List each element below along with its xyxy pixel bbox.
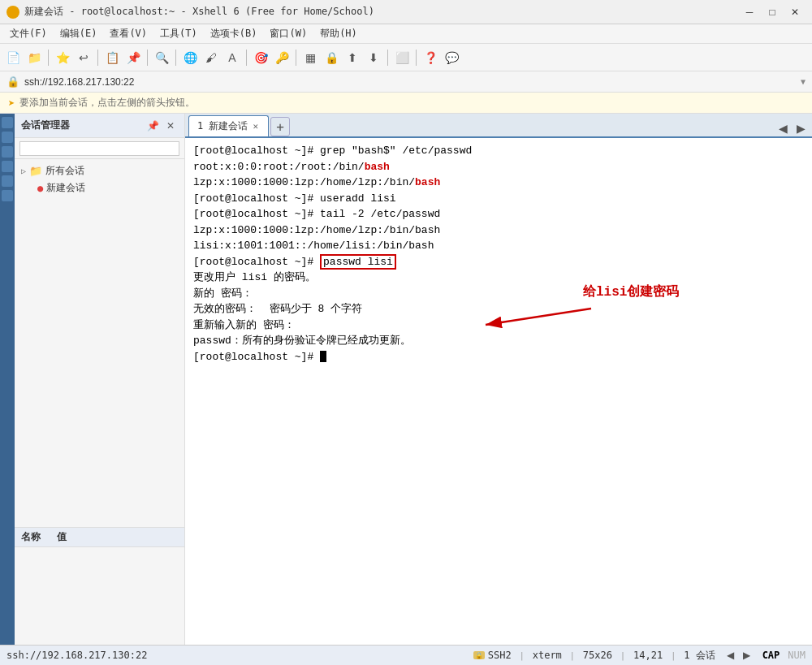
session-panel: 会话管理器 📌 ✕ ▷ 📁 所有会话 ● 新建会话: [15, 114, 185, 645]
toolbar-grid[interactable]: ▦: [300, 48, 320, 67]
sidebar-icon-2[interactable]: [2, 132, 13, 143]
toolbar-new[interactable]: 📄: [3, 48, 23, 67]
toolbar-sep-3: [147, 50, 148, 66]
session-search-bar: [15, 138, 184, 159]
panel-pin-btn[interactable]: 📌: [145, 119, 160, 133]
term-bash-red-1: bash: [365, 161, 390, 173]
term-line-4: [root@localhost ~]# useradd lisi: [193, 191, 804, 207]
sidebar-icon-3[interactable]: [2, 146, 13, 158]
tree-expand-icon: ▷: [21, 166, 26, 175]
props-col-name: 名称: [21, 530, 41, 544]
term-line-11: 无效的密码： 密码少于 8 个字符: [193, 301, 804, 317]
status-sep-1: |: [520, 651, 525, 660]
right-panel: 1 新建会话 ✕ + ◀ ▶ [root@localhost ~]# grep …: [185, 114, 812, 645]
toolbar-copy[interactable]: 📋: [102, 48, 122, 67]
notification-icon: ➤: [8, 97, 15, 110]
session-panel-header: 会话管理器 📌 ✕: [15, 114, 184, 138]
panel-close-btn[interactable]: ✕: [163, 119, 178, 133]
app-icon: [6, 6, 19, 19]
status-protocol: SSH2: [488, 650, 512, 661]
term-line-14: [root@localhost ~]#: [193, 349, 804, 365]
address-input[interactable]: [24, 76, 796, 88]
menu-window[interactable]: 窗口(W): [263, 25, 313, 42]
scroll-right-btn[interactable]: ▶: [740, 648, 754, 663]
status-dimensions: 75x26: [583, 650, 612, 661]
properties-header: 名称 值: [15, 528, 184, 547]
tree-item-session[interactable]: ● 新建会话: [34, 179, 181, 196]
term-line-2: root:x:0:0:root:/root:/bin/bash: [193, 159, 804, 175]
tab-add-button[interactable]: +: [270, 117, 290, 136]
status-sep-4: |: [671, 651, 676, 660]
term-line-1: [root@localhost ~]# grep "bash$" /etc/pa…: [193, 143, 804, 159]
toolbar-download[interactable]: ⬇: [364, 48, 383, 67]
term-line-10: 新的 密码：: [193, 286, 804, 302]
address-dropdown[interactable]: ▼: [801, 77, 806, 86]
toolbar-btn-a[interactable]: A: [222, 48, 242, 67]
menu-view[interactable]: 查看(V): [103, 25, 153, 42]
status-protocol-item: 🔒 SSH2: [473, 650, 512, 661]
toolbar-sep-8: [416, 50, 417, 66]
sidebar-icon-4[interactable]: [2, 161, 13, 172]
sidebar-icon-5[interactable]: [2, 175, 13, 187]
term-line-6: lzp:x:1000:1000:lzp:/home/lzp:/bin/bash: [193, 222, 804, 239]
toolbar-panels[interactable]: ⬜: [392, 48, 412, 67]
toolbar-upload[interactable]: ⬆: [343, 48, 362, 67]
toolbar-search[interactable]: 🔍: [152, 48, 171, 67]
term-bash-red-2: bash: [415, 176, 440, 188]
term-line-12: 重新输入新的 密码：: [193, 317, 804, 334]
sidebar-icon-1[interactable]: [2, 117, 13, 128]
ssh-icon: 🔒: [473, 651, 485, 659]
toolbar-sep-5: [246, 50, 247, 66]
menu-tools[interactable]: 工具(T): [153, 25, 204, 42]
menu-help[interactable]: 帮助(H): [313, 25, 364, 42]
terminal-area[interactable]: [root@localhost ~]# grep "bash$" /etc/pa…: [185, 138, 812, 645]
term-line-5: [root@localhost ~]# tail -2 /etc/passwd: [193, 206, 804, 222]
sidebar-icon-6[interactable]: [2, 190, 13, 201]
session-icon: ●: [37, 183, 43, 194]
close-button[interactable]: ✕: [784, 4, 806, 20]
session-panel-tools: 📌 ✕: [145, 119, 178, 133]
session-search-input[interactable]: [19, 141, 179, 156]
tree-children: ● 新建会话: [18, 179, 181, 196]
tree-session-label: 新建会话: [46, 181, 85, 195]
status-sep-2: |: [570, 651, 575, 660]
tab-label-1: 1 新建会话: [197, 119, 248, 133]
title-bar: 新建会话 - root@localhost:~ - Xshell 6 (Free…: [0, 0, 812, 24]
status-terminal: xterm: [533, 650, 562, 661]
minimize-button[interactable]: ─: [739, 4, 760, 20]
toolbar-globe[interactable]: 🌐: [180, 48, 200, 67]
toolbar-btn-3[interactable]: ↩: [74, 48, 93, 67]
tab-nav-left[interactable]: ◀: [775, 120, 791, 136]
toolbar-paint[interactable]: 🖌: [201, 48, 221, 67]
left-sidebar: [0, 114, 15, 645]
toolbar-chat[interactable]: 💬: [442, 48, 461, 67]
toolbar-target[interactable]: 🎯: [251, 48, 270, 67]
toolbar-help[interactable]: ❓: [421, 48, 440, 67]
menu-edit[interactable]: 编辑(E): [54, 25, 104, 42]
toolbar-open[interactable]: 📁: [24, 48, 44, 67]
notification-bar: ➤ 要添加当前会话，点击左侧的箭头按钮。: [0, 93, 812, 114]
address-bar: 🔒 ▼: [0, 71, 812, 93]
toolbar-sep-2: [97, 50, 98, 66]
status-sep-3: |: [620, 651, 625, 660]
status-position: 14,21: [633, 650, 663, 661]
tab-close-1[interactable]: ✕: [251, 120, 260, 132]
toolbar-lock[interactable]: 🔒: [322, 48, 341, 67]
properties-body: [15, 547, 184, 645]
status-sessions: 1 会话: [684, 649, 715, 663]
menu-tabs[interactable]: 选项卡(B): [204, 25, 264, 42]
window-title: 新建会话 - root@localhost:~ - Xshell 6 (Free…: [24, 5, 374, 19]
session-panel-title: 会话管理器: [21, 119, 70, 132]
tab-session-1[interactable]: 1 新建会话 ✕: [188, 115, 269, 136]
toolbar-btn-2[interactable]: ⭐: [53, 48, 72, 67]
menu-file[interactable]: 文件(F): [3, 25, 54, 42]
tree-item-root[interactable]: ▷ 📁 所有会话: [18, 162, 181, 179]
status-bar: ssh://192.168.217.130:22 🔒 SSH2 | xterm …: [0, 645, 812, 665]
maximize-button[interactable]: □: [762, 4, 783, 20]
tab-nav-right[interactable]: ▶: [793, 120, 809, 136]
toolbar-paste[interactable]: 📌: [123, 48, 143, 67]
toolbar-key[interactable]: 🔑: [272, 48, 292, 67]
scroll-left-btn[interactable]: ◀: [723, 648, 738, 663]
notification-text: 要添加当前会话，点击左侧的箭头按钮。: [19, 96, 195, 110]
window-controls: ─ □ ✕: [739, 4, 806, 20]
